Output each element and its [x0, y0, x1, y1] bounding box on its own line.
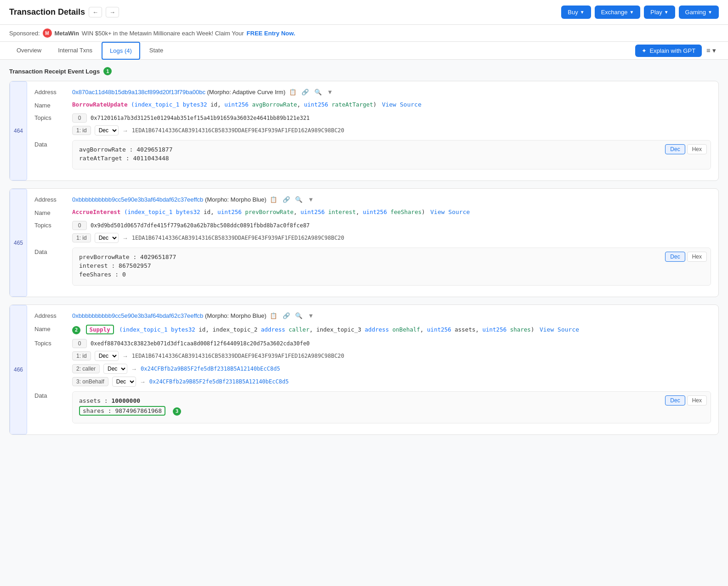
- sponsor-name: MetaWin: [55, 30, 79, 37]
- address-link-465[interactable]: 0xbbbbbbbbbb9cc5e90e3b3af64bdaf62c37eeff…: [72, 196, 203, 203]
- name-label: Name: [34, 208, 67, 216]
- log-inner-466: Address 0xbbbbbbbbbb9cc5e90e3b3af64bdaf6…: [27, 305, 718, 434]
- main-content: Transaction Receipt Event Logs 1 464 Add…: [0, 60, 728, 450]
- topic-index-0: 0: [72, 113, 87, 123]
- topic-index-1-466: 1: id: [72, 351, 91, 361]
- section-badge: 1: [103, 67, 112, 75]
- topic-decoded-1-465: 1EDA1B67414336CAB3914316CB58339DDAEF9E43…: [132, 235, 344, 241]
- link-icon[interactable]: 🔗: [281, 195, 292, 204]
- data-line-interest: interest : 867502957: [79, 262, 704, 269]
- topic-row-0-465: 0 0x9d9bd501d0657d7dfe415f779a620a62b78b…: [72, 221, 711, 230]
- topic-row-1-466: 1: id Dec → 1EDA1B67414336CAB3914316CB58…: [72, 351, 711, 361]
- copy-icon[interactable]: 📋: [287, 88, 298, 96]
- hex-button-465[interactable]: Hex: [687, 252, 707, 262]
- filter-button[interactable]: ≡ ▾: [704, 44, 719, 57]
- data-line-assets: assets : 10000000: [79, 397, 704, 404]
- chevron-down-icon[interactable]: ▼: [306, 311, 316, 320]
- log-card-465: 465 Address 0xbbbbbbbbbb9cc5e90e3b3af64b…: [9, 188, 719, 297]
- topic-index-2-466: 2: caller: [72, 364, 100, 373]
- tab-logs[interactable]: Logs (4): [102, 42, 140, 60]
- topic-row-1-465: 1: id Dec → 1EDA1B67414336CAB3914316CB58…: [72, 233, 711, 243]
- data-line-shares: shares : 9874967861968 3: [79, 406, 704, 416]
- view-source-464[interactable]: View Source: [382, 101, 421, 108]
- data-label: Data: [34, 391, 67, 399]
- copy-icon[interactable]: 📋: [268, 195, 279, 204]
- name-label: Name: [34, 101, 67, 109]
- view-source-466[interactable]: View Source: [540, 326, 579, 333]
- copy-icon[interactable]: 📋: [268, 311, 279, 320]
- dec-select-466-3[interactable]: Dec: [112, 377, 136, 387]
- topic-index-3-466: 3: onBehalf: [72, 377, 108, 386]
- topic-decoded-link-2-466[interactable]: 0x24CFBfb2a9B85F2fe5dBf2318B5A12140bEcC8…: [141, 366, 280, 372]
- nav-back-button[interactable]: ←: [89, 7, 102, 17]
- section-title: Transaction Receipt Event Logs: [9, 68, 100, 75]
- topic-decoded-1: 1EDA1B67414336CAB3914316CB58339DDAEF9E43…: [132, 127, 344, 134]
- log-address-row-465: Address 0xbbbbbbbbbb9cc5e90e3b3af64bdaf6…: [34, 195, 711, 204]
- chevron-down-icon: ▼: [708, 10, 712, 15]
- log-number-464: 464: [10, 81, 27, 180]
- log-address-row-466: Address 0xbbbbbbbbbb9cc5e90e3b3af64bdaf6…: [34, 311, 711, 320]
- dec-select-466-1[interactable]: Dec: [95, 351, 119, 361]
- address-value-466: 0xbbbbbbbbbb9cc5e90e3b3af64bdaf62c37eeff…: [72, 311, 711, 320]
- dec-button-464[interactable]: Dec: [665, 144, 685, 154]
- topic-row-0-466: 0 0xedf8870433c83823eb071d3df1caa8d008f1…: [72, 339, 711, 348]
- tab-overview[interactable]: Overview: [9, 42, 49, 59]
- log-topics-row-464: Topics 0 0x7120161a7b3d31251e01294ab351e…: [34, 113, 711, 135]
- dec-select-466-2[interactable]: Dec: [103, 364, 127, 374]
- gaming-button[interactable]: Gaming ▼: [679, 6, 719, 19]
- dec-select-1[interactable]: Dec: [95, 125, 119, 135]
- address-value: 0x870ac11d48b15db9a138cf899d20f13f79ba00…: [72, 88, 711, 96]
- search-icon[interactable]: 🔍: [313, 88, 324, 96]
- chevron-down-icon[interactable]: ▼: [325, 88, 335, 96]
- hex-button-464[interactable]: Hex: [687, 144, 707, 154]
- data-line-prev: prevBorrowRate : 4029651877: [79, 254, 704, 260]
- data-actions-465: Dec Hex: [665, 252, 707, 262]
- topic-decoded-link-3-466[interactable]: 0x24CFBfb2a9B85F2fe5dBf2318B5A12140bEcC8…: [149, 378, 289, 385]
- topic-decoded-1-466: 1EDA1B67414336CAB3914316CB58339DDAEF9E43…: [132, 353, 344, 359]
- explain-gpt-button[interactable]: ✦ Explain with GPT: [635, 45, 702, 57]
- func-name-464: BorrowRateUpdate (index_topic_1 bytes32 …: [72, 101, 711, 108]
- address-link-466[interactable]: 0xbbbbbbbbbb9cc5e90e3b3af64bdaf62c37eeff…: [72, 312, 203, 319]
- top-bar: Transaction Details ← → Buy ▼ Exchange ▼…: [0, 0, 728, 25]
- buy-button[interactable]: Buy ▼: [561, 6, 591, 19]
- topic-index-1-465: 1: id: [72, 233, 91, 242]
- chevron-down-icon: ▼: [664, 10, 669, 15]
- sponsor-text: WIN $50k+ in the Metawin Millionaire eac…: [82, 30, 244, 37]
- data-actions-466: Dec Hex: [665, 395, 707, 406]
- dec-button-465[interactable]: Dec: [665, 252, 685, 262]
- link-icon[interactable]: 🔗: [300, 88, 311, 96]
- search-icon[interactable]: 🔍: [293, 311, 304, 320]
- topic-hash-0: 0x7120161a7b3d31251e01294ab351ef15a41b91…: [91, 115, 310, 121]
- dec-select-465-1[interactable]: Dec: [95, 233, 119, 243]
- link-icon[interactable]: 🔗: [281, 311, 292, 320]
- step-badge-3: 3: [173, 407, 181, 416]
- view-source-465[interactable]: View Source: [430, 208, 470, 215]
- dec-button-466[interactable]: Dec: [665, 395, 685, 406]
- address-link-464[interactable]: 0x870ac11d48b15db9a138cf899d20f13f79ba00…: [72, 89, 205, 96]
- topic-row-3-466: 3: onBehalf Dec → 0x24CFBfb2a9B85F2fe5dB…: [72, 377, 711, 387]
- nav-forward-button[interactable]: →: [106, 7, 119, 17]
- address-label: Address: [34, 195, 67, 203]
- search-icon[interactable]: 🔍: [293, 195, 304, 204]
- tab-internal-txns[interactable]: Internal Txns: [51, 42, 100, 59]
- tab-bar: Overview Internal Txns Logs (4) State ✦ …: [0, 42, 728, 60]
- log-address-row: Address 0x870ac11d48b15db9a138cf899d20f1…: [34, 88, 711, 96]
- data-line-feeshares: feeShares : 0: [79, 271, 704, 278]
- chevron-down-icon[interactable]: ▼: [306, 195, 316, 204]
- topics-466: 0 0xedf8870433c83823eb071d3df1caa8d008f1…: [72, 339, 711, 387]
- page-title: Transaction Details: [9, 7, 85, 17]
- log-name-row-466: Name 2 Supply (index_topic_1 bytes32 id,…: [34, 325, 711, 334]
- sponsor-link[interactable]: FREE Entry Now.: [247, 30, 296, 37]
- exchange-button[interactable]: Exchange ▼: [595, 6, 641, 19]
- tab-state[interactable]: State: [142, 42, 171, 59]
- topic-hash-0-466: 0xedf8870433c83823eb071d3df1caa8d008f12f…: [91, 340, 310, 347]
- top-bar-left: Transaction Details ← →: [9, 7, 119, 17]
- log-topics-row-465: Topics 0 0x9d9bd501d0657d7dfe415f779a620…: [34, 221, 711, 243]
- topic-hash-0-465: 0x9d9bd501d0657d7dfe415f779a620a62b78bc5…: [91, 222, 310, 229]
- address-value-465: 0xbbbbbbbbbb9cc5e90e3b3af64bdaf62c37eeff…: [72, 195, 711, 204]
- data-label: Data: [34, 140, 67, 148]
- sponsor-bar: Sponsored: M MetaWin WIN $50k+ in the Me…: [0, 25, 728, 42]
- play-button[interactable]: Play ▼: [644, 6, 675, 19]
- hex-button-466[interactable]: Hex: [687, 395, 707, 406]
- data-line-0: avgBorrowRate : 4029651877: [79, 146, 704, 153]
